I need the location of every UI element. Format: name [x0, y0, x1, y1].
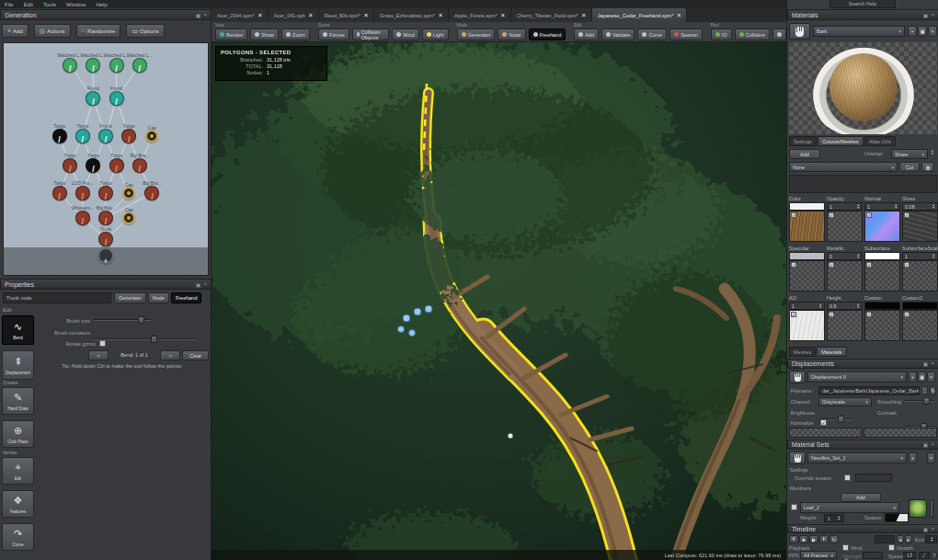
weight-field[interactable]: 1▲▼: [824, 514, 844, 522]
delete-material-button[interactable]: ×: [928, 26, 937, 37]
tab-close-icon[interactable]: ×: [582, 12, 586, 18]
map-thumbnail-specular[interactable]: ✓: [789, 260, 825, 291]
close-icon[interactable]: ×: [931, 360, 934, 367]
normalize-checkbox[interactable]: ✓: [820, 419, 827, 426]
clear-button[interactable]: Clear: [182, 350, 209, 360]
freehand-button[interactable]: Freehand: [529, 29, 566, 40]
tab-apple-forest-spm[interactable]: Apple_Forest.spm*×: [449, 8, 511, 22]
close-icon[interactable]: ×: [931, 441, 934, 448]
options-button[interactable]: ▭Options: [126, 24, 164, 38]
menu-file[interactable]: File: [5, 2, 14, 7]
colliders-button[interactable]: Colliders: [735, 29, 770, 40]
brush-size-slider[interactable]: [94, 316, 151, 324]
channel-dropdown[interactable]: Grayscale▾: [818, 397, 872, 406]
randomize-button[interactable]: ∷Randomize: [76, 24, 121, 38]
actions-button[interactable]: ◎Actions: [34, 24, 71, 38]
graph-node-twigs[interactable]: Twigs/: [52, 186, 67, 200]
map-thumbnail-opacity[interactable]: ✓: [827, 211, 863, 242]
value-stepper[interactable]: ▲▼: [819, 303, 822, 309]
graph-node-matched-l[interactable]: Matched L.../: [109, 58, 124, 73]
tab-cutouts-meshes[interactable]: Cutouts/Meshes: [818, 136, 864, 146]
growth-checkbox[interactable]: ✓: [888, 544, 895, 551]
end-frame-field[interactable]: ▲▼: [925, 535, 937, 543]
tab-settings[interactable]: Settings: [789, 136, 817, 146]
graph-node-matched-l[interactable]: Matched L.../: [63, 58, 77, 73]
add-displacement-button[interactable]: +: [909, 371, 917, 383]
dock-icon[interactable]: ▣: [923, 12, 929, 18]
map-thumbnail-gloss[interactable]: ✓: [902, 211, 938, 242]
tab-reed-60k-spm[interactable]: Reed_60k.spm*×: [319, 8, 374, 22]
map-thumbnail-height[interactable]: ✓: [827, 310, 863, 341]
map-enabled-checkbox[interactable]: ✓: [904, 312, 909, 317]
map-enabled-checkbox[interactable]: ✓: [829, 312, 834, 317]
close-icon[interactable]: ×: [203, 12, 207, 18]
map-value-gloss[interactable]: 0.08▲▼: [902, 202, 938, 211]
curve-tool-button[interactable]: ↷Curve: [2, 523, 34, 551]
smoothing-slider[interactable]: [905, 397, 935, 405]
value-stepper[interactable]: ▲▼: [857, 204, 860, 210]
add-button[interactable]: Add: [574, 29, 599, 40]
graph-node-twigs[interactable]: Twigs/: [86, 158, 100, 173]
map-thumbnail-subsurfacescale[interactable]: ✓: [902, 260, 938, 291]
search-help-tab[interactable]: Search Help: [829, 0, 896, 8]
collision-objects-button[interactable]: Collision Objects: [352, 29, 390, 40]
tab-grass-echevalisto-spm[interactable]: Grass_Echevalisto.spm*×: [374, 8, 449, 22]
override-season-checkbox[interactable]: ✓: [844, 474, 851, 481]
add-button[interactable]: +Add: [2, 24, 29, 38]
stop-icon[interactable]: ■: [799, 535, 808, 543]
mode-freehand-button[interactable]: Freehand: [171, 292, 202, 303]
add-set-button[interactable]: +: [909, 452, 917, 463]
tab-atlas-uvs[interactable]: Atlas UVs: [864, 136, 896, 146]
map-thumbnail-ao[interactable]: ✓: [789, 310, 825, 341]
close-icon[interactable]: ×: [931, 12, 934, 18]
displacement-tool-button[interactable]: ⇞Displacement: [2, 350, 34, 380]
graph-node-frond[interactable]: Frond/: [98, 129, 113, 143]
value-stepper[interactable]: ▲▼: [932, 254, 935, 259]
menu-window[interactable]: Window: [66, 2, 86, 7]
mode-generator-button[interactable]: Generator: [114, 292, 146, 303]
dock-icon[interactable]: ▣: [196, 281, 201, 288]
strength-field[interactable]: [863, 552, 883, 559]
map-thumbnail-metallic[interactable]: ✓: [827, 260, 863, 291]
growth-options-button[interactable]: [932, 552, 937, 559]
unwrap-stepper[interactable]: ▲▼: [931, 150, 933, 155]
map-swatch-specular[interactable]: [789, 252, 825, 260]
tab-acer-041-spb[interactable]: Acer_041.spb×: [269, 8, 319, 22]
map-thumbnail-subsurface[interactable]: ✓: [864, 260, 900, 291]
close-icon[interactable]: ×: [203, 281, 207, 288]
graph-node-lod-fro[interactable]: LOD Fro.../: [75, 186, 90, 200]
menu-tools[interactable]: Tools: [43, 2, 56, 7]
bend-tool-button[interactable]: ∿Bend: [2, 315, 34, 345]
3d-viewport[interactable]: POLYGONS - SELECTED Branches:31,128 tris…: [212, 42, 786, 560]
current-frame-field[interactable]: [875, 535, 895, 543]
click-place-tool-button[interactable]: ⊕Click Place: [2, 420, 34, 448]
season-preview[interactable]: [885, 513, 909, 522]
material-preview[interactable]: [789, 42, 937, 134]
map-value-normal[interactable]: 1▲▼: [864, 202, 900, 211]
map-value-metallic[interactable]: 0▲▼: [827, 252, 863, 260]
close-icon[interactable]: ×: [931, 526, 934, 532]
bend-prev-button[interactable]: <: [88, 350, 109, 360]
node-name-field[interactable]: Trunk node: [3, 292, 111, 303]
skip-end-icon[interactable]: ⏵: [819, 535, 829, 543]
map-thumbnail-normal[interactable]: ✓: [864, 211, 900, 242]
tab-close-icon[interactable]: ×: [309, 12, 313, 18]
graph-node-big-bra[interactable]: Big Bra.../: [98, 211, 113, 225]
dock-icon[interactable]: ▣: [923, 360, 929, 367]
value-stepper[interactable]: ▲▼: [857, 254, 860, 259]
map-enabled-checkbox[interactable]: ✓: [866, 312, 872, 317]
set-hand-tool-button[interactable]: [789, 451, 806, 464]
io-button[interactable]: IO: [711, 29, 732, 40]
duplicate-material-button[interactable]: ▣: [918, 26, 927, 37]
graph-node-twigs[interactable]: Twigs/: [109, 158, 124, 173]
cutout-mesh-dropdown[interactable]: None▾: [789, 162, 898, 172]
zoom-button[interactable]: Zoom: [281, 29, 310, 40]
graph-node-cap[interactable]: Cap: [122, 211, 135, 224]
tab-japanese-cedar-freehand-spm[interactable]: Japanese_Cedar_Freehand.spm*×: [592, 8, 688, 22]
extra-button[interactable]: [772, 29, 786, 40]
map-enabled-checkbox[interactable]: ✓: [829, 262, 834, 268]
graph-node-frond[interactable]: Frond/: [109, 91, 124, 106]
displacement-hand-tool-button[interactable]: [789, 371, 806, 383]
skip-start-icon[interactable]: ⏴: [789, 535, 798, 543]
filename-field[interactable]: dar_Japanese/Bark/Japanese_Cedar_Bark_he…: [818, 386, 920, 395]
